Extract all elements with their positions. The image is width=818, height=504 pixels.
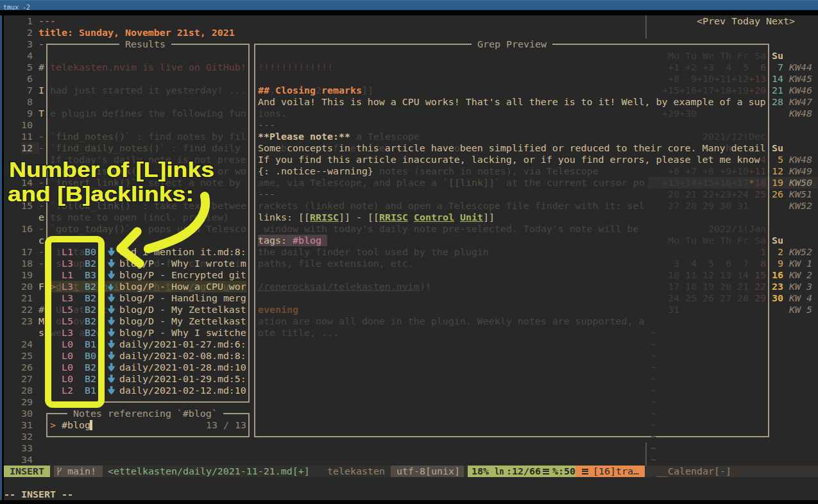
text-run: o [56, 315, 62, 327]
text-run: ~ [651, 454, 656, 466]
calendar-today-button[interactable]: Today [731, 15, 760, 27]
text-run: ~ [651, 339, 656, 350]
text-run: M [38, 315, 44, 327]
text-run: --- [258, 119, 275, 131]
text-run: n [200, 258, 206, 269]
result-entry-name[interactable]: blog/P - Why I wrote m [119, 258, 246, 269]
text-run: c [189, 258, 194, 269]
text-run: w [96, 327, 102, 339]
calendar-prev-button[interactable]: <Prev [697, 15, 726, 27]
calendar-next-button[interactable]: Next> [766, 15, 795, 27]
statusline-percent: %:50 [552, 466, 575, 477]
text-run: ~ [651, 442, 656, 454]
text-run: +6 +7 +8 +9+10 [662, 165, 749, 177]
text-run: U [56, 304, 62, 315]
links-count[interactable]: L3 [62, 258, 73, 269]
links-count[interactable]: L3 [62, 327, 73, 339]
text-run: paths, file extension, etc. [258, 258, 414, 269]
result-entry-name[interactable]: daily/2021-02-12.md:10 [119, 385, 246, 396]
text-run: 18 [21, 258, 33, 269]
backlinks-count[interactable]: B2 [85, 292, 96, 304]
text-run: 4 [760, 154, 766, 165]
backlinks-count[interactable]: B2 [85, 304, 96, 315]
links-count[interactable]: L5 [62, 315, 73, 327]
backlinks-count[interactable]: B2 [85, 327, 96, 339]
prompt-window-border-bottom [46, 436, 250, 437]
results-window-title: Results [119, 38, 171, 50]
markdown-file-icon [108, 271, 115, 280]
result-entry-name[interactable]: blog/D - My Zettelkast [119, 315, 246, 327]
text-run: i [56, 246, 62, 258]
text-run: ote title, ... [258, 327, 339, 339]
text-run: 17 [21, 246, 33, 258]
result-entry-name[interactable]: blog/P - Why I switche [119, 327, 246, 339]
result-entry-name[interactable]: daily/2021-02-08.md:8: [119, 350, 246, 362]
text-run: # [38, 62, 44, 73]
prompt-query[interactable]: #blog [62, 419, 90, 431]
links-count[interactable]: L0 [62, 373, 73, 385]
result-entry-name[interactable]: blog/P - Handling merg [119, 292, 246, 304]
text-run: title: Sunday, November 21st, 2021 [38, 27, 235, 38]
markdown-file-icon [108, 248, 115, 256]
text-run: e [38, 212, 44, 223]
backlinks-count[interactable]: B0 [85, 246, 96, 258]
links-count[interactable]: L2 [62, 385, 73, 396]
links-count[interactable]: L1 [62, 269, 73, 281]
preview-window-title: Grep Preview [472, 38, 552, 50]
text-run: Mo Tu We Th Fr Sa [668, 235, 766, 246]
links-count[interactable]: L0 [62, 339, 73, 350]
text-run: the daily finder tool used by the plugin [258, 246, 489, 258]
backlinks-count[interactable]: B1 [85, 385, 96, 396]
backlinks-count[interactable]: B2 [85, 315, 96, 327]
text-run: t [73, 281, 79, 292]
window-separator [645, 15, 647, 38]
backlinks-count[interactable]: B3 [85, 269, 96, 281]
text-run: 19 [21, 269, 33, 281]
links-count[interactable]: L3 [62, 292, 73, 304]
text-run: )! [420, 281, 431, 292]
links-count[interactable]: L0 [62, 350, 73, 362]
text-run: l [96, 315, 102, 327]
text-run: 5 [778, 154, 783, 165]
text-run: KW52 [789, 200, 812, 212]
text-run: +13+14+15+16+17 [662, 177, 749, 189]
result-entry-name[interactable]: daily/2021-01-28.md:10 [119, 362, 246, 373]
backlinks-count[interactable]: B0 [85, 350, 96, 362]
backlinks-count[interactable]: B2 [85, 281, 96, 292]
text-run: ~ [651, 327, 656, 339]
selection-caret: > [50, 281, 56, 292]
text-run: h [102, 281, 108, 292]
result-entry-name[interactable]: blog/D - My Zettelkast [119, 304, 246, 315]
text-run: --- [258, 189, 275, 200]
links-count[interactable]: L5 [62, 304, 73, 315]
text-run: d [56, 281, 62, 292]
result-entry-name[interactable]: daily/2021-01-29.md:5: [119, 373, 246, 385]
prompt-window-title: Notes referencing `#blog` [67, 408, 223, 419]
backlinks-count[interactable]: B2 [85, 362, 96, 373]
backlinks-count[interactable]: B2 [85, 373, 96, 385]
statusline-progress: 18% [472, 466, 489, 477]
text-run: 13 [21, 165, 33, 177]
text-run: ~ [651, 408, 656, 419]
text-run: t [166, 281, 171, 292]
markdown-file-icon [108, 294, 115, 303]
text-run: Su [772, 235, 783, 246]
result-entry-name[interactable]: daily/2021-01-27.md:6: [119, 339, 246, 350]
links-count[interactable]: L1 [62, 246, 73, 258]
text-run: - [38, 38, 44, 50]
text-run: or wo [217, 165, 246, 177]
text-run: 2 [316, 85, 321, 96]
text-run: . [269, 85, 275, 96]
statusline-encoding: utf-8[unix] [396, 466, 460, 477]
links-count[interactable]: L0 [62, 362, 73, 373]
links-count[interactable]: L3 [62, 281, 73, 292]
result-entry-name[interactable]: did i mention it.md:8: [119, 246, 246, 258]
backlinks-count[interactable]: B2 [85, 258, 96, 269]
text-run: - [38, 177, 44, 189]
text-run: u [223, 281, 229, 292]
text-run: telekasten.nvim is live on GitHub! [50, 62, 246, 73]
text-run: at the current cursor po [500, 177, 645, 189]
text-run: Mo Tu We Th Fr Sa [668, 50, 766, 62]
backlinks-count[interactable]: B1 [85, 339, 96, 350]
result-entry-name[interactable]: blog/P - Encrypted git [119, 269, 246, 281]
